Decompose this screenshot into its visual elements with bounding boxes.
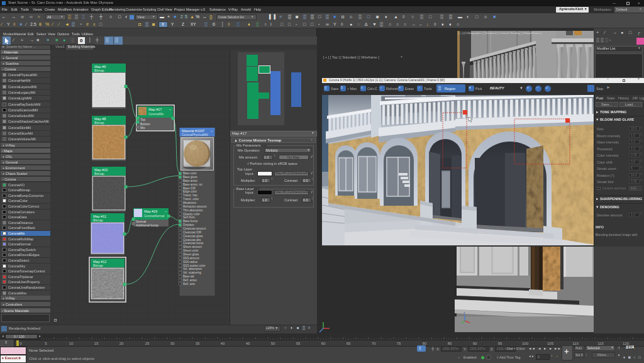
- svg-text:Map #16: Map #16: [144, 209, 157, 213]
- svg-text:25: 25: [145, 342, 150, 345]
- svg-text:Base bump: Base bump: [183, 220, 198, 223]
- svg-text:75: 75: [397, 342, 401, 345]
- svg-text:10: 10: [69, 342, 74, 345]
- svg-text:Map #17: Map #17: [148, 108, 162, 111]
- svg-text:Metalness: Metalness: [183, 201, 197, 204]
- svg-text:Self-illum.: Self-illum.: [183, 216, 196, 219]
- svg-text:70: 70: [372, 342, 376, 345]
- svg-text:Sheen color: Sheen color: [183, 249, 199, 252]
- svg-text:85: 85: [448, 342, 452, 345]
- svg-text:60: 60: [321, 342, 326, 345]
- svg-text:55: 55: [296, 342, 301, 345]
- svg-text:Base aniso. rot: Base aniso. rot: [183, 183, 203, 186]
- svg-text:40: 40: [221, 342, 225, 345]
- svg-text:95: 95: [498, 342, 502, 345]
- svg-text:Base color: Base color: [183, 172, 197, 175]
- svg-text:Bitmap: Bitmap: [93, 264, 103, 267]
- svg-text:5: 5: [45, 342, 47, 345]
- svg-text:Bitmap: Bitmap: [94, 172, 104, 176]
- svg-text:SSS amount: SSS amount: [183, 257, 200, 260]
- svg-text:90: 90: [473, 342, 477, 345]
- svg-text:Bitmap: Bitmap: [93, 218, 103, 222]
- svg-text:Opacity color: Opacity color: [183, 213, 200, 216]
- svg-text:Edge color: Edge color: [183, 190, 197, 193]
- svg-text:30: 30: [170, 342, 175, 345]
- svg-text:SSS radius: SSS radius: [183, 260, 198, 264]
- svg-text:105: 105: [547, 342, 554, 345]
- svg-text:50: 50: [271, 342, 275, 345]
- svg-text:Clearcoat abs.: Clearcoat abs.: [183, 238, 202, 242]
- svg-text:Mix: Mix: [140, 126, 145, 130]
- svg-text:Base IOR: Base IOR: [183, 187, 196, 190]
- svg-text:Transl. frac.: Transl. frac.: [183, 194, 198, 197]
- svg-text:Sheen amount: Sheen amount: [183, 245, 203, 249]
- svg-text:Refraction amount: Refraction amount: [183, 205, 207, 208]
- svg-text:0: 0: [19, 342, 22, 345]
- svg-text:Base aniso: Base aniso: [183, 179, 197, 182]
- svg-text:Thin absorption: Thin absorption: [183, 209, 203, 212]
- svg-text:Clearcoat gloss: Clearcoat gloss: [183, 235, 203, 238]
- svg-text:CoronaPhysicalMtl: CoronaPhysicalMtl: [182, 133, 208, 137]
- svg-text:Base tail: Base tail: [183, 275, 194, 278]
- svg-text:65: 65: [347, 342, 351, 345]
- svg-text:Clearcoat IOR: Clearcoat IOR: [183, 231, 202, 234]
- svg-text:100: 100: [522, 342, 529, 345]
- svg-text:Base gloss: Base gloss: [183, 176, 197, 179]
- svg-text:Vol. scattering: Vol. scattering: [183, 271, 201, 274]
- svg-text:Additional bump: Additional bump: [136, 223, 158, 227]
- svg-text:Refl. aniso: Refl. aniso: [183, 279, 197, 282]
- svg-text:Displace: Displace: [183, 223, 194, 226]
- svg-text:Transl. color: Transl. color: [183, 198, 199, 201]
- svg-text:20: 20: [119, 342, 124, 345]
- svg-text:Bitmap: Bitmap: [94, 69, 104, 72]
- svg-text:45: 45: [246, 342, 250, 345]
- svg-text:Vol. absorption: Vol. absorption: [183, 267, 203, 271]
- svg-text:Refl. axis: Refl. axis: [183, 282, 196, 286]
- svg-text:[ + ] [ Orthographic ] [ Stand: [ + ] [ Orthographic ] [ Standard ] [ De…: [458, 31, 541, 35]
- svg-text:Bottom: Bottom: [140, 122, 150, 126]
- svg-text:15: 15: [94, 342, 99, 345]
- svg-text:Top: Top: [140, 118, 145, 121]
- svg-text:35: 35: [196, 342, 200, 345]
- svg-text:Clearcoat amount: Clearcoat amount: [183, 227, 206, 230]
- svg-text:CoronaNormal: CoronaNormal: [144, 214, 165, 218]
- svg-text:SSS scatter color: SSS scatter color: [183, 264, 206, 267]
- svg-text:CoronaMix: CoronaMix: [148, 112, 164, 116]
- svg-text:Sheen gloss: Sheen gloss: [183, 253, 199, 256]
- svg-text:Clearcoat bump: Clearcoat bump: [183, 242, 204, 245]
- svg-text:Bitmap: Bitmap: [94, 121, 104, 125]
